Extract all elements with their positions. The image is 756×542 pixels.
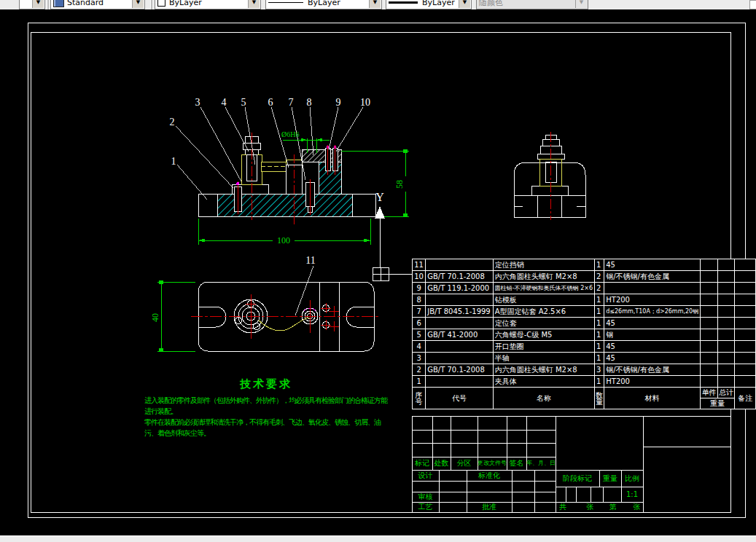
chevron-down-icon[interactable]: ▼	[459, 0, 470, 8]
bom-cell: 3	[413, 353, 426, 364]
tech-req-line: 零件在装配前必须清理和清洗干净，不得有毛刺、飞边、氧化皮、锈蚀、切屑、油	[144, 417, 388, 428]
tb-scale-value: 1:1	[621, 490, 643, 500]
datum-label: Y	[375, 191, 384, 203]
linetype-combo[interactable]: ByLayer ▼	[265, 0, 382, 9]
bom-row: 3半轴145	[413, 353, 756, 364]
bom-cell: 内六角圆柱头螺钉 M2×8	[493, 364, 594, 376]
callout-11: 11	[305, 255, 315, 266]
bom-header-unit: 单件	[701, 388, 718, 398]
chevron-down-icon[interactable]: ▼	[132, 0, 144, 8]
bom-cell	[717, 341, 735, 353]
tb-sheet-unit1: 张	[583, 502, 596, 512]
callout-8: 8	[307, 97, 312, 108]
tech-req-line: 进行装配。	[144, 406, 388, 417]
plotstyle-combo-value: 随颜色	[479, 0, 503, 8]
bom-cell	[426, 353, 494, 364]
bom-cell: 2	[413, 364, 426, 376]
bom-cell	[735, 294, 756, 306]
bom-cell	[735, 259, 756, 271]
bom-cell	[426, 294, 494, 306]
bom-cell: 钢/不锈钢/有色金属	[604, 271, 701, 283]
docked-combo-partial[interactable]: ▼	[19, 0, 45, 9]
toolbar: ▼ Standard ▼ ByLayer ▼ ByLayer ▼ ByLayer…	[0, 0, 756, 9]
bom-cell	[426, 376, 494, 388]
bom-row: 2GB/T 70.1-2008内六角圆柱头螺钉 M2×83钢/不锈钢/有色金属	[413, 364, 756, 376]
app-window: ▼ Standard ▼ ByLayer ▼ ByLayer ▼ ByLayer…	[0, 0, 756, 542]
toolbar-separator	[150, 0, 152, 9]
bom-header-qty: 数量	[595, 388, 604, 409]
tech-req-line: 进入装配的零件及部件（包括外购件、外协件），均必须具有检验部门的合格证方能	[144, 395, 388, 406]
tb-rev-sign: 签名	[507, 458, 526, 468]
dim-hole: Ø6H6	[281, 130, 299, 138]
bom-cell: 定位套	[493, 318, 594, 329]
bom-cell	[701, 271, 718, 283]
bom-cell: 钻模板	[493, 294, 594, 306]
chevron-down-icon[interactable]: ▼	[32, 0, 44, 8]
callout-2: 2	[170, 117, 175, 127]
tb-process: 工艺	[412, 502, 439, 512]
bom-cell	[717, 283, 735, 294]
style-combo[interactable]: Standard ▼	[50, 0, 145, 9]
callout-7: 7	[289, 97, 294, 108]
bom-cell: 1	[595, 318, 604, 329]
bom-cell: 钢/不锈钢/有色金属	[604, 364, 701, 376]
bom-cell: JB/T 8045.1-1999	[426, 306, 494, 318]
bom-cell	[735, 329, 756, 341]
bom-cell	[701, 318, 718, 329]
bom-cell	[735, 318, 756, 329]
bom-cell: 2	[595, 283, 604, 294]
bom-cell	[604, 283, 701, 294]
bom-row: 4开口垫圈145	[413, 341, 756, 353]
bom-cell: 4	[413, 341, 426, 353]
bom-cell: 1	[413, 376, 426, 388]
bom-cell: GB/T 41-2000	[426, 329, 494, 341]
callout-5: 5	[241, 97, 246, 108]
lineweight-combo-value: ByLayer	[422, 0, 455, 7]
statusbar-edge	[0, 535, 756, 542]
bom-cell	[735, 353, 756, 364]
tb-rev-zone: 分区	[451, 458, 478, 468]
dim-58: 58	[394, 180, 405, 189]
lineweight-sample-icon	[389, 1, 418, 4]
bom-cell: 开口垫圈	[493, 341, 594, 353]
bom-cell	[701, 294, 718, 306]
chevron-down-icon[interactable]: ▼	[248, 0, 260, 8]
bom-cell: 1	[595, 341, 604, 353]
style-icon	[53, 0, 64, 7]
bom-cell: 1	[595, 306, 604, 318]
callout-9: 9	[336, 97, 341, 108]
tb-rev-date: 年、月、日	[526, 458, 556, 468]
tb-stage-mark: 阶段标记	[556, 474, 599, 484]
bom-cell	[426, 259, 494, 271]
bom-cell: 1	[595, 376, 604, 388]
bom-cell: 钢	[604, 329, 701, 341]
bom-header-remark: 备注	[735, 388, 756, 409]
bom-cell	[701, 341, 718, 353]
bom-cell: 6	[413, 318, 426, 329]
color-combo[interactable]: ByLayer ▼	[155, 0, 261, 9]
bom-cell	[701, 306, 718, 318]
bom-header-material: 材料	[604, 388, 701, 409]
bom-row: 5GB/T 41-2000六角螺母-C级 M51钢	[413, 329, 756, 341]
bom-cell: 定位挡销	[493, 259, 594, 271]
bom-cell: 内六角圆柱头螺钉 M2×8	[493, 271, 594, 283]
bom-cell: HT200	[604, 294, 701, 306]
bom-row: 11定位挡销145	[413, 259, 756, 271]
tech-req-line: 污、着色剂和灰尘等。	[144, 428, 388, 439]
bom-cell: 1	[595, 353, 604, 364]
bom-cell: A型固定钻套 A2.5×6	[493, 306, 594, 318]
bom-header-no: 序号	[413, 388, 426, 409]
bom-cell: 45	[604, 341, 701, 353]
bom-cell	[701, 329, 718, 341]
bom-table: 11定位挡销14510GB/T 70.1-2008内六角圆柱头螺钉 M2×82钢…	[412, 259, 756, 409]
bom-cell: 3	[595, 364, 604, 376]
bom-cell: 夹具体	[493, 376, 594, 388]
bom-cell	[717, 376, 735, 388]
chevron-down-icon[interactable]: ▼	[369, 0, 381, 8]
tb-rev-mark: 标记	[412, 458, 432, 468]
bom-cell: 圆柱销-不淬硬钢和奥氏体不锈钢 2×6	[493, 283, 594, 294]
bom-cell: 11	[413, 259, 426, 271]
lineweight-combo[interactable]: ByLayer ▼	[386, 0, 472, 9]
dim-40: 40	[150, 313, 160, 322]
tb-rev-count: 处数	[432, 458, 451, 468]
